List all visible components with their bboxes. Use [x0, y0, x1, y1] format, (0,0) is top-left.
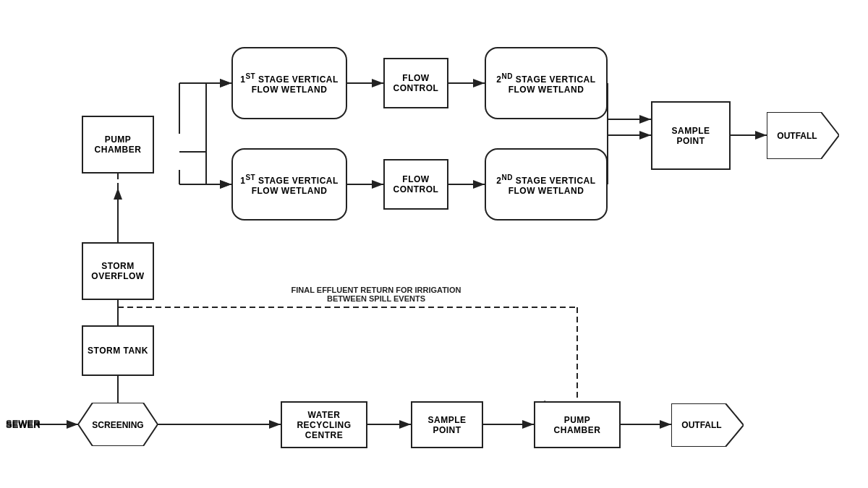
screening-node: SCREENING: [78, 403, 158, 446]
sample-point-bot-node: SAMPLEPOINT: [411, 401, 483, 448]
wetland2-bot-node: 2ND STAGE VERTICALFLOW WETLAND: [485, 148, 608, 221]
pump-chamber-left-node: PUMPCHAMBER: [82, 116, 154, 174]
flow-control-bot-node: FLOWCONTROL: [383, 159, 448, 210]
storm-tank-node: STORM TANK: [82, 325, 154, 376]
wetland1-top-node: 1ST STAGE VERTICALFLOW WETLAND: [231, 47, 347, 119]
svg-text:OUTFALL: OUTFALL: [777, 131, 817, 141]
wetland1-bot-node: 1ST STAGE VERTICALFLOW WETLAND: [231, 148, 347, 221]
svg-line-25: [608, 119, 651, 152]
outfall-top-svg: OUTFALL: [767, 112, 839, 159]
irrigation-label: FINAL EFFLUENT RETURN FOR IRRIGATIONBETW…: [239, 286, 514, 303]
flow-control-top-node: FLOWCONTROL: [383, 58, 448, 108]
screening-hex-svg: SCREENING: [78, 403, 158, 446]
outfall-bot-svg: OUTFALL: [671, 403, 744, 447]
sewer-text: SEWER: [6, 419, 41, 430]
diagram: SEWER SEWER SCREENING STORM TANK STORMOV…: [0, 0, 868, 488]
sample-point-top-node: SAMPLEPOINT: [651, 101, 731, 170]
water-recycling-node: WATERRECYCLINGCENTRE: [281, 401, 367, 448]
storm-overflow-node: STORMOVERFLOW: [82, 242, 154, 300]
pump-chamber-right-node: PUMPCHAMBER: [534, 401, 621, 448]
outfall-top-node: OUTFALL: [767, 112, 839, 159]
wetland2-top-node: 2ND STAGE VERTICALFLOW WETLAND: [485, 47, 608, 119]
svg-text:OUTFALL: OUTFALL: [681, 420, 721, 430]
outfall-bot-node: OUTFALL: [671, 403, 744, 447]
svg-text:SCREENING: SCREENING: [92, 420, 143, 430]
